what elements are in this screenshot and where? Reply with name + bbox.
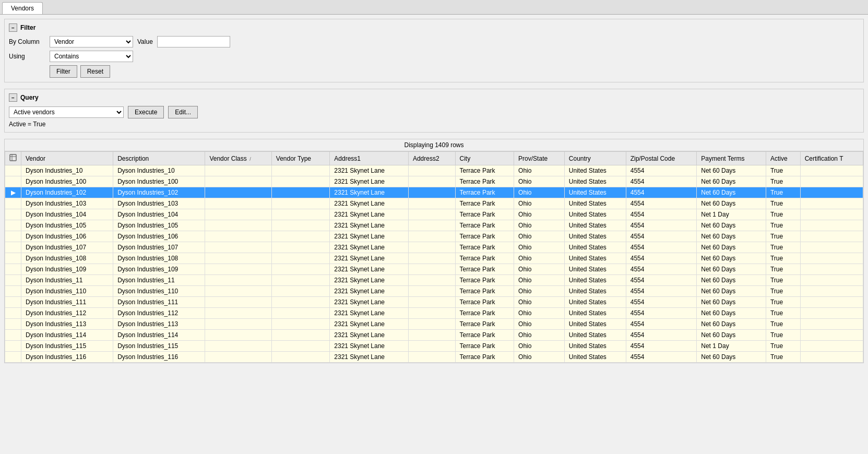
row-indicator: [5, 198, 21, 209]
col-vendor-type[interactable]: Vendor Type: [271, 152, 329, 165]
table-row[interactable]: Dyson Industries_113Dyson Industries_113…: [5, 319, 863, 330]
col-zip[interactable]: Zip/Postal Code: [626, 152, 697, 165]
main-panel: − Filter By Column Vendor Description Ve…: [0, 15, 868, 367]
cell-address2: [408, 253, 455, 264]
filter-button[interactable]: Filter: [50, 65, 77, 78]
cell-payment-terms: Net 60 Days: [697, 352, 766, 363]
table-row[interactable]: Dyson Industries_115Dyson Industries_115…: [5, 341, 863, 352]
cell-address1: 2321 Skynet Lane: [330, 308, 409, 319]
cell-zip: 4554: [626, 242, 697, 253]
cell-vendor-type: [271, 231, 329, 242]
table-row[interactable]: Dyson Industries_116Dyson Industries_116…: [5, 352, 863, 363]
cell-country: United States: [564, 176, 626, 187]
cell-active: True: [766, 198, 800, 209]
query-header: − Query: [9, 93, 859, 102]
cell-city: Terrace Park: [455, 341, 514, 352]
table-row[interactable]: Dyson Industries_106Dyson Industries_106…: [5, 231, 863, 242]
cell-vendor: Dyson Industries_111: [21, 297, 113, 308]
table-row[interactable]: ▶Dyson Industries_102Dyson Industries_10…: [5, 187, 863, 198]
by-column-label: By Column: [9, 38, 45, 45]
cell-vendor: Dyson Industries_10: [21, 165, 113, 176]
cell-prov-state: Ohio: [514, 341, 565, 352]
table-row[interactable]: Dyson Industries_112Dyson Industries_112…: [5, 308, 863, 319]
edit-button[interactable]: Edit...: [168, 106, 198, 118]
cell-address2: [408, 341, 455, 352]
table-row[interactable]: Dyson Industries_11Dyson Industries_1123…: [5, 275, 863, 286]
table-row[interactable]: Dyson Industries_110Dyson Industries_110…: [5, 286, 863, 297]
table-row[interactable]: Dyson Industries_10Dyson Industries_1023…: [5, 165, 863, 176]
reset-button[interactable]: Reset: [80, 65, 110, 78]
row-indicator: [5, 308, 21, 319]
cell-country: United States: [564, 319, 626, 330]
svg-rect-0: [10, 154, 16, 161]
table-row[interactable]: Dyson Industries_108Dyson Industries_108…: [5, 253, 863, 264]
vendors-table: Vendor Description Vendor Class / Vendor…: [5, 151, 863, 363]
cell-vendor: Dyson Industries_104: [21, 209, 113, 220]
table-row[interactable]: Dyson Industries_104Dyson Industries_104…: [5, 209, 863, 220]
col-active[interactable]: Active: [766, 152, 800, 165]
query-title: Query: [20, 94, 39, 101]
cell-vendor-type: [271, 330, 329, 341]
cell-cert: [800, 330, 863, 341]
cell-country: United States: [564, 198, 626, 209]
cell-cert: [800, 231, 863, 242]
cell-zip: 4554: [626, 341, 697, 352]
cell-address1: 2321 Skynet Lane: [330, 275, 409, 286]
table-row[interactable]: Dyson Industries_111Dyson Industries_111…: [5, 297, 863, 308]
cell-cert: [800, 352, 863, 363]
cell-vendor-type: [271, 264, 329, 275]
cell-city: Terrace Park: [455, 242, 514, 253]
cell-vendor-class: [205, 231, 271, 242]
cell-payment-terms: Net 60 Days: [697, 242, 766, 253]
col-vendor[interactable]: Vendor: [21, 152, 113, 165]
filter-collapse-btn[interactable]: −: [9, 23, 17, 32]
cell-prov-state: Ohio: [514, 176, 565, 187]
col-certification[interactable]: Certification T: [800, 152, 863, 165]
cell-cert: [800, 176, 863, 187]
table-row[interactable]: Dyson Industries_109Dyson Industries_109…: [5, 264, 863, 275]
cell-vendor: Dyson Industries_110: [21, 286, 113, 297]
cell-city: Terrace Park: [455, 209, 514, 220]
cell-vendor-class: [205, 341, 271, 352]
by-column-select[interactable]: Vendor Description Vendor Class Vendor T…: [50, 36, 133, 47]
cell-prov-state: Ohio: [514, 231, 565, 242]
using-select[interactable]: Contains Starts With Equals Ends With: [50, 51, 133, 62]
col-description[interactable]: Description: [113, 152, 205, 165]
cell-payment-terms: Net 60 Days: [697, 253, 766, 264]
table-row[interactable]: Dyson Industries_100Dyson Industries_100…: [5, 176, 863, 187]
col-address1[interactable]: Address1: [330, 152, 409, 165]
col-prov-state[interactable]: Prov/State: [514, 152, 565, 165]
cell-prov-state: Ohio: [514, 275, 565, 286]
cell-address1: 2321 Skynet Lane: [330, 187, 409, 198]
cell-zip: 4554: [626, 297, 697, 308]
cell-vendor: Dyson Industries_114: [21, 330, 113, 341]
cell-vendor: Dyson Industries_11: [21, 275, 113, 286]
table-row[interactable]: Dyson Industries_105Dyson Industries_105…: [5, 220, 863, 231]
cell-city: Terrace Park: [455, 187, 514, 198]
col-payment-terms[interactable]: Payment Terms: [697, 152, 766, 165]
table-row[interactable]: Dyson Industries_107Dyson Industries_107…: [5, 242, 863, 253]
cell-address1: 2321 Skynet Lane: [330, 319, 409, 330]
col-vendor-class[interactable]: Vendor Class /: [205, 152, 271, 165]
table-row[interactable]: Dyson Industries_103Dyson Industries_103…: [5, 198, 863, 209]
table-row[interactable]: Dyson Industries_114Dyson Industries_114…: [5, 330, 863, 341]
cell-description: Dyson Industries_110: [113, 286, 205, 297]
cell-vendor-type: [271, 297, 329, 308]
col-city[interactable]: City: [455, 152, 514, 165]
col-country[interactable]: Country: [564, 152, 626, 165]
cell-address1: 2321 Skynet Lane: [330, 297, 409, 308]
execute-button[interactable]: Execute: [128, 106, 164, 118]
cell-prov-state: Ohio: [514, 242, 565, 253]
cell-vendor-class: [205, 165, 271, 176]
cell-address2: [408, 352, 455, 363]
cell-zip: 4554: [626, 286, 697, 297]
query-collapse-btn[interactable]: −: [9, 93, 17, 102]
cell-payment-terms: Net 60 Days: [697, 319, 766, 330]
col-address2[interactable]: Address2: [408, 152, 455, 165]
row-indicator: ▶: [5, 187, 21, 198]
tab-vendors[interactable]: Vendors: [2, 2, 43, 14]
query-select[interactable]: Active vendors All vendors Inactive vend…: [9, 106, 124, 118]
cell-active: True: [766, 297, 800, 308]
value-input[interactable]: [157, 36, 230, 47]
cell-prov-state: Ohio: [514, 308, 565, 319]
